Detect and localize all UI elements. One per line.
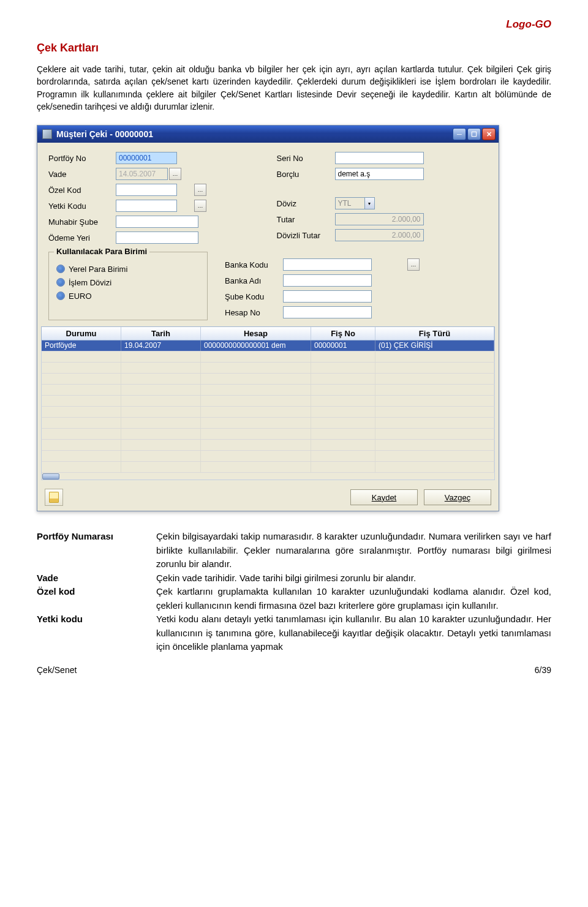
radio-yerel-label: Yerel Para Birimi <box>69 265 127 274</box>
muhabir-sube-label: Muhabir Şube <box>48 217 116 227</box>
odeme-yeri-label: Ödeme Yeri <box>48 233 116 243</box>
vade-input[interactable] <box>116 168 168 180</box>
table-row[interactable] <box>41 429 495 440</box>
table-row[interactable] <box>41 407 495 418</box>
save-button[interactable]: Kaydet <box>350 489 418 505</box>
portfoy-no-input[interactable] <box>116 152 177 164</box>
footer-left: Çek/Senet <box>37 665 77 675</box>
table-row[interactable] <box>41 352 495 363</box>
table-row[interactable] <box>41 363 495 374</box>
seri-no-input[interactable] <box>335 152 424 164</box>
table-row[interactable] <box>41 374 495 385</box>
tutar-label: Tutar <box>277 215 335 224</box>
intro-paragraph: Çeklere ait vade tarihi, tutar, çekin ai… <box>37 63 551 113</box>
cell-fis-no: 00000001 <box>311 341 375 351</box>
cell-fis-turu: (01) ÇEK GİRİŞİ <box>375 341 494 351</box>
radio-euro[interactable]: EURO <box>56 289 200 303</box>
def-desc: Yetki kodu alanı detaylı yetki tanımlama… <box>156 612 551 654</box>
doviz-label: Döviz <box>277 199 335 208</box>
dovizli-tutar-label: Dövizli Tutar <box>277 231 335 240</box>
col-hesap[interactable]: Hesap <box>201 327 311 340</box>
radio-islem-label: İşlem Dövizi <box>69 278 111 287</box>
sube-kodu-input[interactable] <box>283 290 372 303</box>
vade-picker-button[interactable]: … <box>169 168 181 180</box>
cell-hesap: 0000000000000001 dem <box>201 341 311 351</box>
yetki-kodu-lookup-button[interactable]: … <box>194 200 206 212</box>
def-desc: Çekin vade tarihidir. Vade tarihi bilgi … <box>156 571 551 585</box>
window-title: Müşteri Çeki - 00000001 <box>56 129 153 139</box>
notes-button[interactable] <box>45 489 63 506</box>
maximize-button[interactable]: ☐ <box>467 128 481 140</box>
yetki-kodu-label: Yetki Kodu <box>48 201 116 211</box>
horizontal-scrollbar[interactable] <box>41 473 495 480</box>
muhabir-sube-input[interactable] <box>116 216 198 228</box>
table-row[interactable] <box>41 396 495 407</box>
cancel-button[interactable]: Vazgeç <box>424 489 491 505</box>
def-term: Özel kod <box>37 585 156 612</box>
history-grid: Durumu Tarih Hesap Fiş No Fiş Türü Portf… <box>41 326 495 480</box>
footer-right: 6/39 <box>535 665 551 675</box>
radio-icon <box>56 278 65 287</box>
def-term: Portföy Numarası <box>37 530 156 571</box>
table-row[interactable]: Portföyde 19.04.2007 0000000000000001 de… <box>41 341 495 352</box>
close-button[interactable]: ✕ <box>482 128 496 140</box>
titlebar: Müşteri Çeki - 00000001 ─ ☐ ✕ <box>37 126 499 143</box>
hesap-no-label: Hesap No <box>225 308 283 317</box>
cell-durumu: Portföyde <box>42 341 121 351</box>
def-desc: Çek kartlarını gruplamakta kullanılan 10… <box>156 585 551 612</box>
col-tarih[interactable]: Tarih <box>121 327 201 340</box>
seri-no-label: Seri No <box>277 154 335 163</box>
radio-yerel[interactable]: Yerel Para Birimi <box>56 262 200 276</box>
doviz-select[interactable] <box>335 197 364 209</box>
sube-kodu-label: Şube Kodu <box>225 292 283 301</box>
banka-kodu-lookup-button[interactable]: … <box>407 258 420 271</box>
doviz-dropdown-button[interactable]: ▾ <box>364 197 375 209</box>
borclu-input[interactable] <box>335 168 424 180</box>
def-term: Yetki kodu <box>37 612 156 654</box>
table-row[interactable] <box>41 462 495 473</box>
banka-kodu-label: Banka Kodu <box>225 260 283 269</box>
col-fis-no[interactable]: Fiş No <box>311 327 375 340</box>
ozel-kod-label: Özel Kod <box>48 186 116 195</box>
definition-list: Portföy NumarasıÇekin bilgisayardaki tak… <box>37 530 551 654</box>
notes-icon <box>49 492 59 503</box>
def-term: Vade <box>37 571 156 585</box>
banka-adi-input[interactable] <box>283 274 372 287</box>
table-row[interactable] <box>41 418 495 429</box>
radio-icon <box>56 265 65 273</box>
ozel-kod-lookup-button[interactable]: … <box>194 184 206 196</box>
grid-header: Durumu Tarih Hesap Fiş No Fiş Türü <box>41 326 495 341</box>
portfoy-no-label: Portföy No <box>48 154 116 163</box>
ozel-kod-input[interactable] <box>116 184 177 196</box>
col-fis-turu[interactable]: Fiş Türü <box>375 327 494 340</box>
def-desc: Çekin bilgisayardaki takip numarasıdır. … <box>156 530 551 571</box>
scroll-thumb[interactable] <box>42 473 59 480</box>
brand-text: Logo-GO <box>37 18 551 31</box>
table-row[interactable] <box>41 385 495 396</box>
table-row[interactable] <box>41 440 495 451</box>
vade-label: Vade <box>48 170 116 179</box>
yetki-kodu-input[interactable] <box>116 200 177 212</box>
section-title: Çek Kartları <box>37 42 551 55</box>
app-window: Müşteri Çeki - 00000001 ─ ☐ ✕ Portföy No… <box>37 125 499 511</box>
banka-kodu-input[interactable] <box>283 258 372 271</box>
col-durumu[interactable]: Durumu <box>42 327 121 340</box>
app-icon <box>42 129 52 139</box>
radio-islem[interactable]: İşlem Dövizi <box>56 276 200 289</box>
table-row[interactable] <box>41 451 495 462</box>
currency-group-title: Kullanılacak Para Birimi <box>54 247 149 256</box>
radio-icon <box>56 292 65 300</box>
tutar-input[interactable] <box>335 213 424 225</box>
banka-adi-label: Banka Adı <box>225 276 283 285</box>
odeme-yeri-input[interactable] <box>116 231 198 244</box>
minimize-button[interactable]: ─ <box>453 128 466 140</box>
dovizli-tutar-input[interactable] <box>335 229 424 241</box>
hesap-no-input[interactable] <box>283 306 372 318</box>
radio-euro-label: EURO <box>69 292 92 301</box>
borclu-label: Borçlu <box>277 170 335 179</box>
cell-tarih: 19.04.2007 <box>121 341 201 351</box>
